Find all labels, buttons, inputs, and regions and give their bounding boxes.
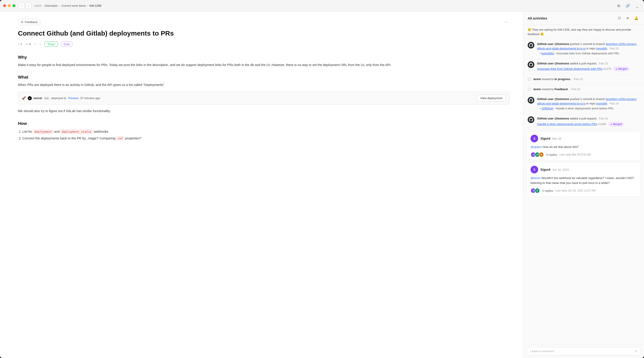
status-2-time: Feb 24 <box>571 88 580 91</box>
comment-1-reply-count[interactable]: 5 replies <box>546 153 557 156</box>
comment-2-text: @kevin Wouldn't the webhook be valuable … <box>530 176 636 185</box>
pr-merged-badge-1: ⬥ Merged <box>613 66 630 72</box>
code-ref: ref <box>116 136 124 140</box>
meta-person: ♀ <box>39 42 42 46</box>
status-icon: ⊙ <box>21 20 24 24</box>
activity-status-2: kevin moved to Feedback . Feb 24 <box>523 84 644 94</box>
activity-feed: 🙂 They are asking for KM-1255, and say t… <box>523 25 644 344</box>
github-pr-2-time: Feb 24 <box>599 117 608 120</box>
how-item-1-after: webhooks <box>94 130 108 133</box>
main-area: ⊙ Feedback ⋯ Connect Github (and Gitlab)… <box>0 12 644 358</box>
comment-1-replies[interactable]: S K A 5 replies Last reply Mar 28 9:31 A… <box>530 152 636 157</box>
commit-hash-2[interactable]: 32892eaf <box>542 107 553 110</box>
link-icon[interactable]: 🔗 <box>624 2 632 10</box>
github-pr-1-user: GitHub user @ksimons <box>537 62 569 65</box>
pr-number-1: #1276 <box>603 67 611 70</box>
tag-core[interactable]: Core <box>61 42 72 47</box>
comment-input-area: Leave a comment R <box>523 344 644 358</box>
meta-branch: ⑂ <box>34 42 36 46</box>
doc-body: Why Make it easy for people to find depl… <box>18 55 510 142</box>
merge-icon-2: ⬥ <box>610 122 612 126</box>
what-heading: What <box>18 75 510 80</box>
how-item-2: Connect the deployments back to the PR b… <box>22 135 510 141</box>
github-pr-2-action: added a pull request. <box>570 117 598 120</box>
meta-priority: ↑ S <box>18 42 22 46</box>
comment-1-meta: Sigurd Mar 28 <box>540 136 561 140</box>
status-1-time: Feb 23 <box>574 78 583 81</box>
app-window: ‹ › 10/15 Kitemaker › Current work items… <box>0 0 644 358</box>
github-push-2-user: GitHub user @ksimons <box>537 97 569 101</box>
priority-label: S <box>20 42 22 46</box>
titlebar-actions: ⧉ 🔗 ⎯ <box>615 2 641 10</box>
comment-card-1: S Sigurd Mar 28 @space How do we feel ab… <box>527 131 640 161</box>
comment-input-wrapper[interactable]: Leave a comment R <box>527 347 640 355</box>
comment-2-header: S Sigurd Jun 16, 2022 <box>530 166 636 174</box>
github-push-2-action: pushed 1 commit to branch <box>570 97 606 101</box>
back-button[interactable]: ‹ <box>18 3 25 9</box>
branch-icon[interactable]: ⎯ <box>634 2 641 10</box>
commit-hash-1[interactable]: ba0a386d <box>542 52 554 55</box>
activity-github-push-1: GitHub user @ksimons pushed 1 commit to … <box>523 39 644 58</box>
minimize-button[interactable] <box>8 4 11 7</box>
code-deployment: deployment <box>33 130 53 134</box>
pr-title-1[interactable]: Associate links from GitHub deployments … <box>537 67 602 70</box>
github-push-1-repo[interactable]: monolith <box>596 47 607 50</box>
how-item-1: List for deployment and deployment_statu… <box>22 129 510 134</box>
comment-2-avatar: S <box>530 166 538 174</box>
tag-easy[interactable]: "Easy" <box>44 42 58 47</box>
breadcrumb-parent[interactable]: Current work items <box>61 4 86 8</box>
deploy-time: 37 minutes ago <box>80 96 100 100</box>
status-dot-1 <box>528 78 531 81</box>
pr-title-2[interactable]: Handle it when deployments arrive before… <box>537 122 597 126</box>
comment-1-text: @space How do we feel about this? <box>530 144 636 150</box>
activity-header: All activities ☷ 👁 🔔 <box>523 12 644 25</box>
github-pr-1-content: GitHub user @ksimons added a pull reques… <box>537 61 640 72</box>
maximize-button[interactable] <box>12 4 16 7</box>
trend-icon: ↗ <box>25 42 28 46</box>
forward-button[interactable]: › <box>25 3 32 9</box>
github-avatar-1 <box>528 42 534 48</box>
status-badge[interactable]: ⊙ Feedback <box>18 19 40 25</box>
breadcrumb-sep1: › <box>59 4 60 8</box>
breadcrumb-root[interactable]: Kitemaker <box>45 4 58 8</box>
github-push-2-repo[interactable]: monolith <box>596 102 607 105</box>
breadcrumb-current[interactable]: KM-1259 <box>90 4 101 8</box>
close-button[interactable] <box>3 4 6 7</box>
more-button[interactable]: ⋯ <box>503 19 510 25</box>
status-dot-2 <box>528 88 531 91</box>
status-1-user: kevin <box>534 78 541 81</box>
copy-icon[interactable]: ⧉ <box>615 2 622 10</box>
how-list: List for deployment and deployment_statu… <box>18 129 510 141</box>
view-deployment-button[interactable]: View deployment <box>477 95 506 102</box>
what-body: When PRs are deployed there is an activi… <box>18 82 510 88</box>
commit-message-1: - Associate links from GitHub deployment… <box>555 52 619 55</box>
notification-icon[interactable]: 🔔 <box>633 15 640 22</box>
comment-2-last-reply: Last reply Jun 16, 2022 11:57 AM <box>556 189 596 192</box>
comment-2-mention: @kevin <box>530 176 540 180</box>
activity-header-actions: ☷ 👁 🔔 <box>616 15 640 22</box>
activity-github-pr-1: GitHub user @ksimons added a pull reques… <box>523 58 644 74</box>
activity-panel: All activities ☷ 👁 🔔 🙂 They are asking f… <box>523 12 644 358</box>
github-push-1-content: GitHub user @ksimons pushed 1 commit to … <box>537 42 640 56</box>
page-counter: 10/15 <box>34 4 42 8</box>
activity-github-push-2: GitHub user @ksimons pushed 1 commit to … <box>523 94 644 114</box>
what-body2: We should also try to figure out if GitL… <box>18 108 510 114</box>
github-push-1-bullet: ba0a386d - Associate links from GitHub d… <box>537 50 640 56</box>
github-push-2-time: Feb 24 <box>610 102 618 105</box>
watch-icon[interactable]: 👁 <box>624 15 631 22</box>
comment-2-replies[interactable]: S K 5 replies Last reply Jun 16, 2022 11… <box>530 188 636 193</box>
doc-meta: ↑ S ↗ M ⑂ ♀ "Easy" Core <box>18 42 510 47</box>
comment-1-author: Sigurd <box>540 137 550 140</box>
comment-1-date: Mar 28 <box>552 137 561 140</box>
github-pr-2-user: GitHub user @ksimons <box>537 117 569 120</box>
why-body: Make it easy for people to find deployed… <box>18 62 510 68</box>
filter-icon[interactable]: ☷ <box>616 15 622 22</box>
deploy-bot-badge: bot <box>44 97 50 100</box>
reply-avatar-3: A <box>538 152 544 157</box>
doc-panel: ⊙ Feedback ⋯ Connect Github (and Gitlab)… <box>0 12 523 358</box>
activity-status-1: kevin moved to In progress . Feb 23 <box>523 74 644 84</box>
comment-2-reply-count[interactable]: 5 replies <box>542 189 553 192</box>
code-deployment-status: deployment_status <box>60 130 93 134</box>
how-item-2-after: properties? <box>125 136 142 140</box>
person-icon: ♀ <box>39 42 42 46</box>
